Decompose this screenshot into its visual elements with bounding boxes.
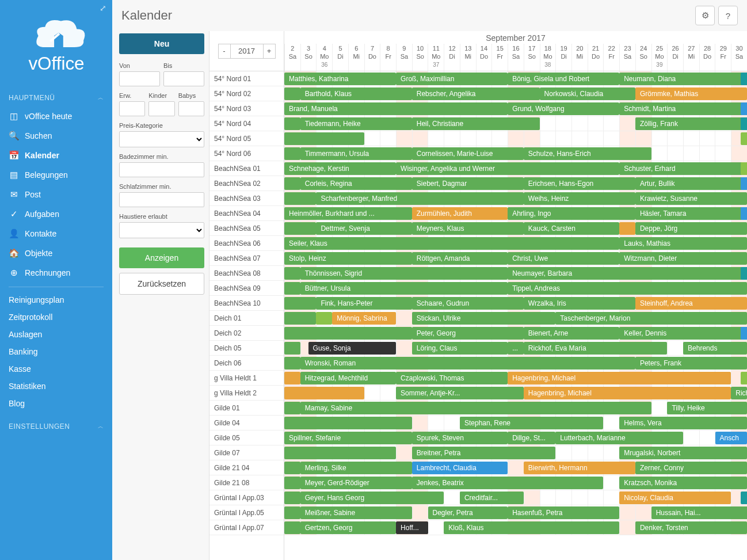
- booking[interactable]: Schaare, Gudrun: [412, 297, 524, 310]
- booking[interactable]: [284, 267, 300, 280]
- bis-input[interactable]: [163, 71, 204, 86]
- booking[interactable]: Behrends: [683, 342, 747, 355]
- nav-item-suchen[interactable]: 🔍Suchen: [0, 126, 112, 146]
- booking[interactable]: [741, 73, 747, 85]
- section-head-settings[interactable]: EINSTELLUNGEN︿: [0, 418, 112, 435]
- kinder-input[interactable]: [148, 101, 174, 116]
- booking[interactable]: Stickan, Ulrike: [412, 312, 556, 325]
- booking[interactable]: [284, 282, 300, 295]
- booking[interactable]: Hagenbring, Michael: [508, 372, 731, 384]
- booking[interactable]: Czaplowski, Thomas: [396, 372, 508, 384]
- booking[interactable]: Kauck, Carsten: [524, 222, 619, 235]
- booking[interactable]: [284, 447, 396, 459]
- booking[interactable]: Schnehage, Kerstin: [284, 162, 396, 175]
- nav-item-reinigungsplan[interactable]: Reinigungsplan: [0, 291, 112, 308]
- booking[interactable]: Barthold, Klaus: [300, 87, 412, 100]
- booking[interactable]: Hitzegrad, Mechthild: [300, 372, 396, 384]
- booking[interactable]: [284, 147, 300, 160]
- booking[interactable]: Wronski, Roman: [300, 357, 635, 369]
- booking[interactable]: Schuster, Erhard: [619, 162, 747, 175]
- booking[interactable]: Weihs, Heinz: [524, 192, 635, 205]
- booking[interactable]: Bönig, Gisela und Robert: [508, 73, 619, 85]
- booking[interactable]: Zerner, Conny: [635, 462, 747, 474]
- booking[interactable]: Spillner, Stefanie: [284, 432, 412, 444]
- booking[interactable]: [619, 222, 635, 235]
- booking[interactable]: [284, 357, 300, 369]
- booking[interactable]: [284, 192, 316, 205]
- booking[interactable]: Dettmer, Svenja: [316, 222, 411, 235]
- booking[interactable]: Wisinger, Angelika und Werner: [396, 162, 619, 175]
- booking[interactable]: Mönnig, Sabrina: [332, 312, 396, 325]
- booking[interactable]: ...: [508, 342, 524, 355]
- booking[interactable]: Löring, Claus: [412, 342, 508, 355]
- booking[interactable]: [741, 117, 747, 130]
- booking[interactable]: Lambrecht, Claudia: [412, 462, 508, 474]
- booking[interactable]: Brand, Manuela: [284, 102, 508, 115]
- booking[interactable]: Büttner, Ursula: [300, 282, 508, 295]
- von-input[interactable]: [119, 71, 160, 86]
- booking[interactable]: [284, 342, 300, 355]
- booking[interactable]: [284, 417, 412, 429]
- booking[interactable]: [284, 387, 364, 399]
- booking[interactable]: [741, 267, 747, 280]
- booking[interactable]: Seiler, Klaus: [284, 237, 619, 250]
- booking[interactable]: Kloß, Klaus: [444, 521, 619, 534]
- booking[interactable]: Meißner, Sabine: [300, 506, 412, 519]
- booking[interactable]: Heinmöller, Burkhard und ...: [284, 207, 412, 220]
- booking[interactable]: Mamay, Sabine: [300, 402, 651, 414]
- booking[interactable]: [284, 117, 300, 130]
- bad-input[interactable]: [119, 162, 204, 177]
- nav-item-kasse[interactable]: Kasse: [0, 360, 112, 378]
- booking[interactable]: Schmidt, Martina: [619, 102, 747, 115]
- booking[interactable]: Christ, Uwe: [508, 252, 619, 265]
- booking[interactable]: Helms, Vera: [619, 417, 747, 429]
- booking[interactable]: [741, 327, 747, 340]
- booking[interactable]: Keller, Dennis: [619, 327, 747, 340]
- booking[interactable]: [284, 132, 364, 145]
- booking[interactable]: [284, 402, 300, 414]
- nav-item-voffice-heute[interactable]: ◫vOffice heute: [0, 106, 112, 126]
- reset-button[interactable]: Zurücksetzen: [119, 273, 204, 295]
- booking[interactable]: Erichsen, Hans-Egon: [524, 177, 635, 190]
- booking[interactable]: [284, 312, 316, 325]
- booking[interactable]: Wrzalka, Iris: [524, 297, 635, 310]
- booking[interactable]: Corleis, Regina: [300, 177, 412, 190]
- erw-input[interactable]: [119, 101, 145, 116]
- booking[interactable]: Scharfenberger, Manfred: [316, 192, 523, 205]
- preis-select[interactable]: [119, 131, 204, 147]
- nav-item-auslagen[interactable]: Auslagen: [0, 326, 112, 343]
- booking[interactable]: [284, 297, 316, 310]
- booking[interactable]: Norkowski, Claudia: [540, 87, 635, 100]
- booking[interactable]: [284, 372, 300, 384]
- booking[interactable]: Lauks, Mathias: [619, 237, 747, 250]
- booking[interactable]: [316, 312, 332, 325]
- apply-button[interactable]: Anzeigen: [119, 247, 204, 268]
- booking[interactable]: Richa: [731, 387, 747, 399]
- nav-item-belegungen[interactable]: ▤Belegungen: [0, 165, 112, 185]
- nav-item-kontakte[interactable]: 👤Kontakte: [0, 224, 112, 243]
- booking[interactable]: Häsler, Tamara: [635, 207, 747, 220]
- booking[interactable]: Denker, Torsten: [635, 521, 747, 534]
- nav-item-objekte[interactable]: 🏠Objekte: [0, 243, 112, 263]
- booking[interactable]: Matthies, Katharina: [284, 73, 396, 85]
- booking[interactable]: Stolp, Heinz: [284, 252, 412, 265]
- booking[interactable]: Siebert, Dagmar: [412, 177, 524, 190]
- booking[interactable]: Steinhoff, Andrea: [635, 297, 747, 310]
- booking[interactable]: [741, 132, 747, 145]
- booking[interactable]: Degler, Petra: [428, 506, 508, 519]
- booking[interactable]: Peter, Georg: [412, 327, 524, 340]
- booking[interactable]: Ansch: [715, 432, 747, 444]
- booking[interactable]: Rebscher, Angelika: [412, 87, 540, 100]
- booking[interactable]: [284, 177, 300, 190]
- booking[interactable]: Geyer, Hans Georg: [300, 492, 444, 504]
- nav-item-post[interactable]: ✉Post: [0, 185, 112, 204]
- booking[interactable]: Peters, Frank: [635, 357, 747, 369]
- nav-item-aufgaben[interactable]: ✓Aufgaben: [0, 204, 112, 224]
- booking[interactable]: [284, 327, 412, 340]
- booking[interactable]: Sommer, Antje-Kr...: [396, 387, 524, 399]
- booking[interactable]: Neumann, Diana: [619, 73, 747, 85]
- booking[interactable]: Meyners, Klaus: [412, 222, 524, 235]
- booking[interactable]: Jenkes, Beatrix: [412, 477, 604, 489]
- booking[interactable]: Deppe, Jörg: [635, 222, 747, 235]
- booking[interactable]: Groß, Maximillian: [396, 73, 508, 85]
